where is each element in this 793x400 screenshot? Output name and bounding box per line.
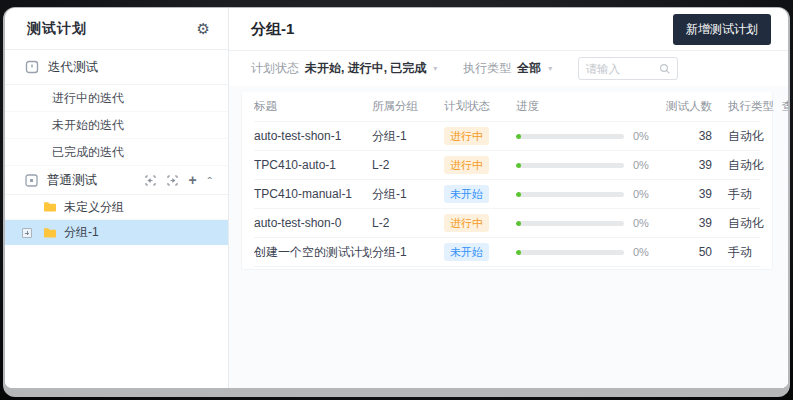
- window-frame: 测试计划 ⚙ 迭代测试 进行中的迭代 未开始的迭代 已完成的迭代 普通测试: [3, 7, 790, 397]
- tester-count: 38: [666, 129, 712, 143]
- plan-status-filter[interactable]: 计划状态 未开始, 进行中, 已完成 ▾: [251, 60, 437, 77]
- iteration-icon: [25, 60, 39, 74]
- sidebar-item-label: 分组-1: [64, 224, 99, 241]
- plan-title: 创建一个空的测试计划: [254, 244, 372, 261]
- exec-type: 自动化: [712, 128, 776, 145]
- progress-cell: 0%: [516, 217, 666, 229]
- sidebar-item-group-1[interactable]: 分组-1: [5, 220, 228, 245]
- progress-percent: 0%: [633, 246, 649, 258]
- tester-count: 39: [666, 187, 712, 201]
- exec-type: 自动化: [712, 157, 776, 174]
- page-title: 分组-1: [251, 20, 294, 39]
- sidebar: 测试计划 ⚙ 迭代测试 进行中的迭代 未开始的迭代 已完成的迭代 普通测试: [5, 8, 229, 388]
- report-cell: 5: [776, 245, 788, 259]
- gear-icon[interactable]: ⚙: [197, 21, 210, 36]
- table-row[interactable]: TPC410-manual-1 分组-1 未开始 0% 39 手动 6: [254, 180, 760, 209]
- expand-groups-icon[interactable]: [166, 174, 179, 187]
- sidebar-title: 测试计划: [27, 20, 87, 38]
- sidebar-item-notstarted-iterations[interactable]: 未开始的迭代: [5, 112, 228, 139]
- progress-cell: 0%: [516, 188, 666, 200]
- sidebar-item-label: 未开始的迭代: [52, 117, 124, 134]
- exec-type: 手动: [712, 186, 776, 203]
- new-test-plan-button[interactable]: 新增测试计划: [673, 14, 771, 45]
- progress-fill: [516, 163, 521, 168]
- table-area: 标题 所属分组 计划状态 进度 测试人数 执行类型 查看报告 auto-test…: [229, 86, 788, 388]
- sidebar-item-label: 已完成的迭代: [52, 144, 124, 161]
- col-header-title: 标题: [254, 99, 372, 114]
- progress-percent: 0%: [633, 130, 649, 142]
- chevron-up-icon[interactable]: ⌃︎: [206, 176, 214, 185]
- progress-bar: [516, 134, 624, 139]
- magnifier-icon[interactable]: [659, 63, 671, 75]
- plan-title: TPC410-auto-1: [254, 158, 372, 172]
- plan-title: auto-test-shon-0: [254, 216, 372, 230]
- filter-value: 全部: [517, 60, 541, 77]
- sidebar-toolbar: + ⌃︎: [144, 172, 214, 188]
- report-cell: 4: [776, 129, 788, 143]
- col-header-status: 计划状态: [444, 99, 516, 114]
- sidebar-item-label: 未定义分组: [64, 199, 124, 216]
- status-cell: 未开始: [444, 185, 516, 203]
- progress-cell: 0%: [516, 130, 666, 142]
- app-window: 测试计划 ⚙ 迭代测试 进行中的迭代 未开始的迭代 已完成的迭代 普通测试: [5, 8, 788, 388]
- test-plan-table: 标题 所属分组 计划状态 进度 测试人数 执行类型 查看报告 auto-test…: [241, 92, 773, 270]
- progress-fill: [516, 250, 521, 255]
- sidebar-item-normal-tests[interactable]: 普通测试 + ⌃︎: [5, 166, 228, 195]
- folder-icon: [43, 201, 57, 213]
- sidebar-item-label: 普通测试: [47, 172, 97, 189]
- filter-label: 执行类型: [463, 60, 511, 77]
- table-row[interactable]: 创建一个空的测试计划 分组-1 未开始 0% 50 手动 5: [254, 238, 760, 267]
- chevron-down-icon: ▾: [548, 64, 552, 73]
- report-cell: 4: [776, 158, 788, 172]
- sidebar-item-finished-iterations[interactable]: 已完成的迭代: [5, 139, 228, 166]
- table-header-row: 标题 所属分组 计划状态 进度 测试人数 执行类型 查看报告: [254, 92, 760, 122]
- sidebar-item-running-iterations[interactable]: 进行中的迭代: [5, 85, 228, 112]
- sidebar-item-label: 迭代测试: [48, 59, 98, 76]
- table-row[interactable]: auto-test-shon-1 分组-1 进行中 0% 38 自动化 4: [254, 122, 760, 151]
- col-header-progress: 进度: [516, 99, 666, 114]
- exec-type: 自动化: [712, 215, 776, 232]
- sidebar-item-label: 进行中的迭代: [52, 90, 124, 107]
- progress-bar: [516, 250, 624, 255]
- plan-group: 分组-1: [372, 244, 444, 261]
- progress-bar: [516, 192, 624, 197]
- filter-label: 计划状态: [251, 60, 299, 77]
- filter-bar: 计划状态 未开始, 进行中, 已完成 ▾ 执行类型 全部 ▾: [229, 51, 788, 86]
- tester-count: 39: [666, 158, 712, 172]
- progress-bar: [516, 221, 624, 226]
- expand-toggle-icon[interactable]: [22, 228, 32, 238]
- plan-group: 分组-1: [372, 128, 444, 145]
- plan-title: TPC410-manual-1: [254, 187, 372, 201]
- table-row[interactable]: TPC410-auto-1 L-2 进行中 0% 39 自动化 4: [254, 151, 760, 180]
- search-box: [578, 57, 678, 80]
- progress-fill: [516, 192, 521, 197]
- progress-percent: 0%: [633, 159, 649, 171]
- col-header-exec: 执行类型: [712, 99, 776, 114]
- status-badge: 未开始: [444, 243, 489, 261]
- report-cell: 6: [776, 187, 788, 201]
- exec-type-filter[interactable]: 执行类型 全部 ▾: [463, 60, 552, 77]
- sidebar-item-undefined-group[interactable]: 未定义分组: [5, 195, 228, 220]
- status-badge: 进行中: [444, 127, 489, 145]
- tester-count: 39: [666, 216, 712, 230]
- progress-cell: 0%: [516, 159, 666, 171]
- table-row[interactable]: auto-test-shon-0 L-2 进行中 0% 39 自动化 8: [254, 209, 760, 238]
- status-badge: 未开始: [444, 185, 489, 203]
- exec-type: 手动: [712, 244, 776, 261]
- progress-fill: [516, 134, 521, 139]
- plan-group: L-2: [372, 158, 444, 172]
- add-group-icon[interactable]: +: [188, 172, 196, 188]
- plan-group: 分组-1: [372, 186, 444, 203]
- progress-percent: 0%: [633, 217, 649, 229]
- col-header-report: 查看报告: [776, 99, 788, 114]
- collapse-groups-icon[interactable]: [144, 174, 157, 187]
- sidebar-item-iteration-tests[interactable]: 迭代测试: [5, 50, 228, 85]
- progress-cell: 0%: [516, 246, 666, 258]
- status-badge: 进行中: [444, 214, 489, 232]
- col-header-group: 所属分组: [372, 99, 444, 114]
- status-cell: 进行中: [444, 127, 516, 145]
- search-input[interactable]: [585, 63, 659, 75]
- progress-percent: 0%: [633, 188, 649, 200]
- status-cell: 进行中: [444, 214, 516, 232]
- filter-value: 未开始, 进行中, 已完成: [305, 60, 426, 77]
